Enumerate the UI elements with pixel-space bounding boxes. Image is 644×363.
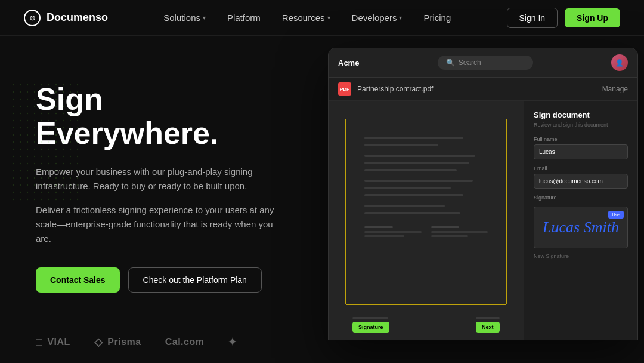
doc-col-line [364,226,393,228]
doc-filename: Partnership contract.pdf [357,85,433,93]
doc-preview: Signature Next [329,101,524,340]
next-button[interactable]: Next [476,322,500,333]
hero-desc2: Deliver a frictionless signing experienc… [36,203,286,246]
doc-line [364,194,463,196]
astro-icon: ✦ [228,336,237,349]
doc-sig-area: Signature [352,317,389,333]
app-content: Signature Next Sign document Review and … [329,101,637,340]
sign-panel-title: Sign document [534,110,628,119]
logo[interactable]: ◎ Documenso [24,10,108,26]
nav-developers[interactable]: Developers ▾ [352,13,402,23]
doc-line [364,205,445,207]
guide-line-bottom [346,304,506,305]
doc-col-right [431,226,488,239]
doc-col-line [431,231,488,233]
doc-next-area: Next [476,317,500,333]
signin-button[interactable]: Sign In [507,8,558,28]
guide-line-left [345,119,346,304]
nav-platform[interactable]: Platform [227,13,261,23]
hero-title: Sign Everywhere. [36,82,292,150]
nav-actions: Sign In Sign Up [507,8,620,28]
doc-col-line [364,231,422,233]
hero-section: Sign Everywhere. Empower your business w… [0,36,644,363]
guide-line-right [506,119,507,304]
fullname-input[interactable]: Lucas [534,144,628,159]
doc-two-cols [364,226,488,239]
nav-solutions[interactable]: Solutions ▾ [163,13,206,23]
doc-lines-content [340,113,512,251]
app-window: Acme 🔍 Search 👤 PDF Partnership contract… [328,48,638,340]
doc-line [364,180,473,182]
avatar: 👤 [611,54,628,71]
nav-links: Solutions ▾ Platform Resources ▾ Develop… [163,13,451,23]
new-signature-label: New Signature [534,253,628,259]
next-line [476,317,500,319]
hero-buttons: Contact Sales Check out the Platform Pla… [36,267,292,293]
chevron-down-icon: ▾ [399,14,402,21]
signature-box[interactable]: Use Lucas Smith [534,207,628,248]
search-icon: 🔍 [446,59,455,67]
nav-resources[interactable]: Resources ▾ [282,13,330,23]
doc-line [364,212,460,214]
doc-col-line [364,235,404,237]
hero-desc1: Empower your business with our plug-and-… [36,165,286,193]
use-signature-button[interactable]: Use [608,211,624,219]
platform-plan-button[interactable]: Check out the Platform Plan [128,267,262,293]
signature-label: Signature [534,195,628,201]
app-brand-name: Acme [338,59,359,67]
app-topbar: Acme 🔍 Search 👤 [329,48,637,78]
signup-button[interactable]: Sign Up [565,8,620,27]
sign-panel: Sign document Review and sign this docum… [524,101,637,340]
doc-col-line [431,226,460,228]
doc-col-left [364,226,422,239]
logo-astro: ✦ [228,336,237,349]
doc-line [364,137,463,139]
fullname-label: Full name [534,136,628,142]
doc-col-line [431,235,468,237]
doc-line [364,155,475,157]
logo-calcom: Cal.com [165,337,205,347]
brand-name: Documenso [47,11,108,24]
logo-vial: □ VIAL [36,336,70,349]
logo-icon: ◎ [24,10,41,26]
hero-left: Sign Everywhere. Empower your business w… [0,36,322,363]
logo-prisma: ◇ Prisma [94,336,141,349]
hero-right: Acme 🔍 Search 👤 PDF Partnership contract… [322,36,644,363]
doc-bottom-area: Signature Next [352,317,500,333]
pdf-icon: PDF [338,82,351,96]
doc-line [364,162,469,164]
email-label: Email [534,165,628,171]
contact-sales-button[interactable]: Contact Sales [36,267,120,293]
doc-line [364,144,438,146]
guide-line-top [346,118,506,118]
sign-panel-subtitle: Review and sign this document [534,122,628,128]
app-search-bar[interactable]: 🔍 Search [438,56,533,70]
signature-button[interactable]: Signature [352,322,389,333]
doc-line [364,169,457,171]
doc-line [364,187,451,189]
partner-logos: □ VIAL ◇ Prisma Cal.com ✦ [36,336,237,349]
email-input[interactable]: lucas@documenso.com [534,174,628,189]
doc-manage-link[interactable]: Manage [602,85,628,93]
navbar: ◎ Documenso Solutions ▾ Platform Resourc… [0,0,644,36]
chevron-down-icon: ▾ [327,14,330,21]
chevron-down-icon: ▾ [203,14,206,21]
app-docbar: PDF Partnership contract.pdf Manage [329,78,637,101]
prisma-icon: ◇ [94,336,103,349]
nav-pricing[interactable]: Pricing [423,13,451,23]
vial-icon: □ [36,336,42,349]
signature-preview: Lucas Smith [543,219,619,236]
sig-line [352,317,388,319]
